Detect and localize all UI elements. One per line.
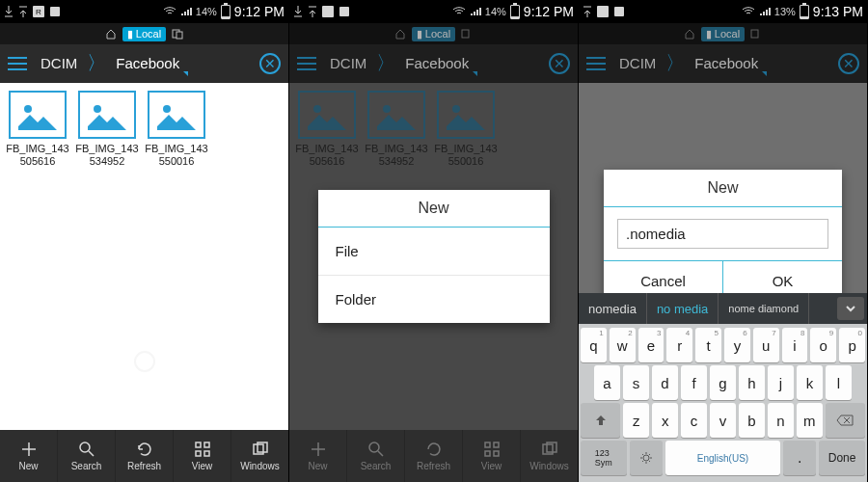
- image-icon: [148, 91, 205, 139]
- key-g[interactable]: g: [710, 365, 736, 400]
- file-item[interactable]: FB_IMG_143505616: [6, 91, 69, 168]
- menu-icon[interactable]: [583, 57, 610, 70]
- shift-key[interactable]: [581, 403, 620, 438]
- backspace-key[interactable]: [826, 403, 865, 438]
- crumb-current[interactable]: Facebook: [395, 55, 478, 71]
- battery-percent: 14%: [196, 6, 217, 17]
- close-icon[interactable]: ✕: [549, 53, 570, 74]
- refresh-button[interactable]: Refresh: [405, 430, 463, 482]
- file-grid: FB_IMG_143505616 FB_IMG_143534952 FB_IMG…: [0, 83, 288, 430]
- suggestion[interactable]: nome diamond: [719, 293, 809, 324]
- key-n[interactable]: n: [768, 403, 794, 438]
- suggestion[interactable]: nomedia: [579, 293, 647, 324]
- dropdown-icon[interactable]: [473, 71, 477, 76]
- windows-button[interactable]: Windows: [521, 430, 578, 482]
- file-item[interactable]: FB_IMG_143550016: [145, 91, 208, 168]
- tab-local[interactable]: ▮ Local: [122, 27, 166, 41]
- settings-key[interactable]: [630, 441, 663, 475]
- rx-icon: [322, 6, 334, 17]
- signal-icon: [180, 6, 192, 17]
- close-icon[interactable]: ✕: [259, 53, 281, 74]
- content-area: New Cancel OK nomedia no media nome diam…: [579, 83, 867, 482]
- suggestion[interactable]: no media: [647, 293, 719, 324]
- crumb-current[interactable]: Facebook: [685, 55, 768, 71]
- key-j[interactable]: j: [768, 365, 794, 400]
- devices-icon[interactable]: [750, 28, 762, 40]
- devices-icon[interactable]: [461, 28, 473, 40]
- crumb-root[interactable]: DCIM: [320, 55, 376, 71]
- symbols-key[interactable]: 123 Sym: [581, 441, 627, 475]
- close-icon[interactable]: ✕: [838, 53, 859, 74]
- new-button[interactable]: New: [0, 430, 58, 482]
- file-name: FB_IMG_143505616: [6, 143, 69, 168]
- key-k[interactable]: k: [797, 365, 823, 400]
- refresh-button[interactable]: Refresh: [116, 430, 174, 482]
- svg-point-7: [94, 105, 101, 113]
- devices-icon[interactable]: [172, 28, 183, 40]
- key-a[interactable]: a: [594, 365, 620, 400]
- key-w[interactable]: w2: [610, 328, 636, 362]
- key-h[interactable]: h: [739, 365, 765, 400]
- crumb-current[interactable]: Facebook: [106, 55, 189, 71]
- key-r[interactable]: r4: [666, 328, 692, 362]
- crumb-root[interactable]: DCIM: [31, 55, 87, 71]
- home-icon[interactable]: [105, 28, 117, 40]
- key-b[interactable]: b: [739, 403, 765, 438]
- upload-icon: [18, 6, 28, 17]
- key-s[interactable]: s: [623, 365, 649, 400]
- crumb-root[interactable]: DCIM: [610, 55, 665, 71]
- menu-icon[interactable]: [293, 57, 320, 70]
- clipboard-icon: [49, 6, 61, 17]
- wifi-icon: [163, 6, 176, 17]
- file-item[interactable]: FB_IMG_143534952: [75, 91, 139, 168]
- view-button[interactable]: View: [463, 430, 521, 482]
- search-button[interactable]: Search: [58, 430, 116, 482]
- key-m[interactable]: m: [797, 403, 823, 438]
- option-folder[interactable]: Folder: [318, 276, 550, 323]
- modal-overlay[interactable]: New File Folder: [289, 83, 578, 430]
- key-i[interactable]: i8: [782, 328, 808, 362]
- view-button[interactable]: View: [174, 430, 231, 482]
- key-y[interactable]: y6: [724, 328, 750, 362]
- clock: 9:12 PM: [524, 4, 574, 19]
- windows-button[interactable]: Windows: [231, 430, 288, 482]
- battery-icon: [221, 5, 231, 19]
- key-q[interactable]: q1: [581, 328, 607, 362]
- clipboard-icon: [339, 6, 350, 17]
- svg-rect-24: [494, 442, 499, 447]
- key-z[interactable]: z: [623, 403, 649, 438]
- key-u[interactable]: u7: [753, 328, 779, 362]
- key-e[interactable]: e3: [638, 328, 665, 362]
- key-p[interactable]: p0: [839, 328, 865, 362]
- tab-local[interactable]: ▮ Local: [701, 27, 745, 41]
- dropdown-icon[interactable]: [183, 71, 188, 76]
- search-button[interactable]: Search: [347, 430, 405, 482]
- key-o[interactable]: o9: [810, 328, 836, 362]
- key-x[interactable]: x: [652, 403, 678, 438]
- breadcrumb: DCIM 〉 Facebook ✕: [289, 44, 578, 83]
- status-bar: 14% 9:12 PM: [289, 0, 578, 23]
- key-t[interactable]: t5: [695, 328, 721, 362]
- key-d[interactable]: d: [652, 365, 678, 400]
- loading-indicator: [134, 351, 155, 372]
- filename-input[interactable]: [617, 219, 828, 249]
- tab-local[interactable]: ▮ Local: [412, 27, 455, 41]
- suggestion-bar: nomedia no media nome diamond: [579, 293, 867, 324]
- period-key[interactable]: .: [783, 441, 816, 475]
- rx-icon: R: [33, 6, 44, 17]
- menu-icon[interactable]: [4, 57, 31, 70]
- key-c[interactable]: c: [681, 403, 707, 438]
- key-l[interactable]: l: [826, 365, 852, 400]
- key-f[interactable]: f: [681, 365, 707, 400]
- home-icon[interactable]: [394, 28, 406, 40]
- option-file[interactable]: File: [318, 228, 550, 276]
- key-v[interactable]: v: [710, 403, 736, 438]
- svg-rect-16: [322, 6, 334, 17]
- home-icon[interactable]: [684, 28, 695, 40]
- dropdown-icon[interactable]: [762, 71, 767, 76]
- chevron-right-icon: 〉: [87, 50, 106, 76]
- done-key[interactable]: Done: [819, 441, 865, 475]
- space-key[interactable]: English(US): [665, 441, 780, 475]
- chevron-down-icon[interactable]: [837, 297, 864, 320]
- new-button[interactable]: New: [289, 430, 347, 482]
